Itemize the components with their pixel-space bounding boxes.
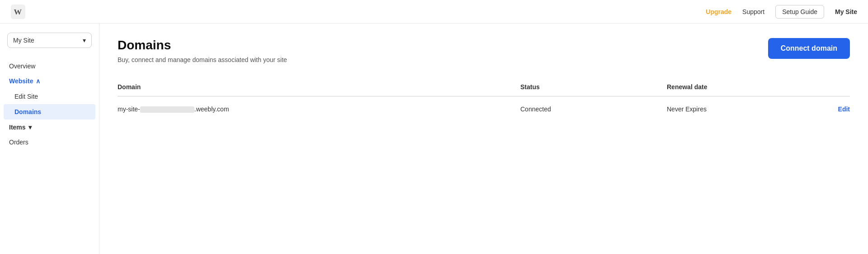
status-cell: Connected [520, 96, 667, 122]
domain-suffix: .weebly.com [194, 105, 229, 113]
site-selector[interactable]: My Site ▾ [7, 33, 92, 48]
chevron-down-icon: ▾ [83, 37, 86, 44]
logo: W [11, 5, 25, 19]
renewal-cell: Never Expires [667, 96, 813, 122]
items-label: Items [9, 124, 26, 131]
col-header-status: Status [520, 78, 667, 96]
upgrade-link[interactable]: Upgrade [706, 8, 731, 15]
col-header-action [813, 78, 850, 96]
main-content: Domains Buy, connect and manage domains … [99, 24, 868, 254]
table-header-row: Domain Status Renewal date [118, 78, 850, 96]
connect-domain-button[interactable]: Connect domain [768, 38, 850, 59]
site-selector-label: My Site [13, 37, 34, 44]
website-label: Website [9, 77, 33, 85]
chevron-down-icon-items: ▾ [28, 124, 32, 131]
edit-domain-link[interactable]: Edit [838, 105, 850, 113]
sidebar-item-website[interactable]: Website ∧ [0, 73, 99, 89]
page-title: Domains [118, 38, 287, 53]
sidebar-item-orders[interactable]: Orders [0, 135, 99, 149]
layout: My Site ▾ Overview Website ∧ Edit Site D… [0, 24, 868, 254]
support-link[interactable]: Support [742, 8, 764, 15]
status-badge: Connected [520, 105, 551, 113]
top-nav-right: Upgrade Support Setup Guide My Site [706, 5, 857, 19]
page-header-text: Domains Buy, connect and manage domains … [118, 38, 287, 63]
sidebar: My Site ▾ Overview Website ∧ Edit Site D… [0, 24, 99, 254]
top-nav: W Upgrade Support Setup Guide My Site [0, 0, 868, 24]
col-header-renewal: Renewal date [667, 78, 813, 96]
svg-text:W: W [14, 7, 22, 16]
my-site-link[interactable]: My Site [835, 8, 857, 15]
chevron-up-icon: ∧ [36, 77, 40, 85]
sidebar-item-overview[interactable]: Overview [0, 59, 99, 73]
sidebar-item-items[interactable]: Items ▾ [0, 120, 99, 135]
sidebar-item-domains[interactable]: Domains [4, 104, 95, 120]
table-row: my-site-.weebly.com Connected Never Expi… [118, 96, 850, 122]
page-subtitle: Buy, connect and manage domains associat… [118, 56, 287, 63]
domain-cell: my-site-.weebly.com [118, 96, 520, 122]
weebly-logo-icon: W [11, 5, 25, 19]
setup-guide-link[interactable]: Setup Guide [775, 5, 824, 19]
domains-table: Domain Status Renewal date my-site-.weeb… [118, 78, 850, 122]
sidebar-item-edit-site[interactable]: Edit Site [0, 89, 99, 104]
action-cell: Edit [813, 96, 850, 122]
col-header-domain: Domain [118, 78, 520, 96]
domain-prefix: my-site- [118, 105, 140, 113]
domain-redacted [140, 106, 194, 113]
page-header: Domains Buy, connect and manage domains … [118, 38, 850, 63]
